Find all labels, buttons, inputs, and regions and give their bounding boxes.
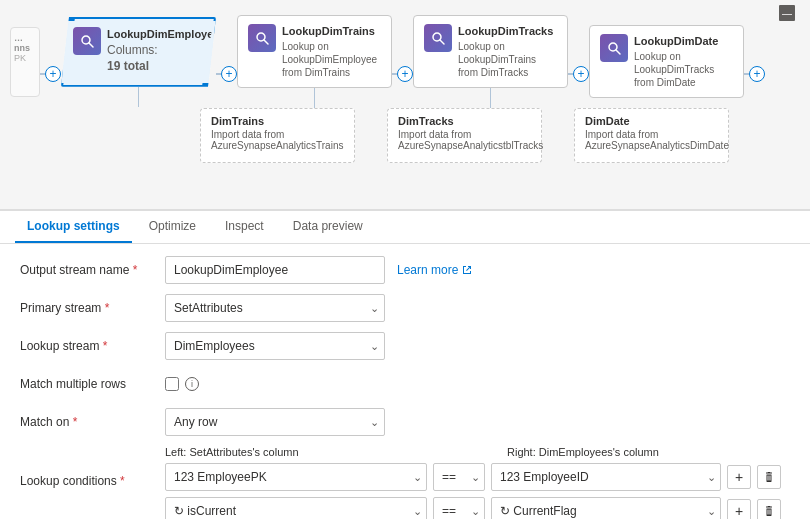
- sub-node-title-1: DimTracks: [398, 115, 531, 127]
- operator-dropdown-1[interactable]: == != < >: [433, 497, 485, 519]
- left-col-select-0[interactable]: 123 EmployeePK: [165, 463, 427, 491]
- output-stream-input[interactable]: [165, 256, 385, 284]
- lookup-icon-2: [424, 24, 452, 52]
- match-multiple-row: Match multiple rows i: [20, 370, 790, 398]
- node-lookup-dim-trains[interactable]: LookupDimTrains Lookup on LookupDimEmplo…: [237, 15, 392, 108]
- sub-node-dim-date[interactable]: DimDate Import data from AzureSynapseAna…: [574, 108, 729, 163]
- settings-panel: Lookup settings Optimize Inspect Data pr…: [0, 210, 810, 523]
- right-column-header: Right: DimEmployees's column: [507, 446, 737, 458]
- conditions-content: Left: SetAttributes's column Right: DimE…: [165, 446, 790, 519]
- svg-line-5: [440, 40, 444, 44]
- connector-2: +: [392, 66, 413, 82]
- svg-line-1: [89, 43, 93, 47]
- tab-lookup-settings[interactable]: Lookup settings: [15, 211, 132, 243]
- operator-dropdown-0[interactable]: == != < >: [433, 463, 485, 491]
- add-button-3[interactable]: +: [573, 66, 589, 82]
- left-col-dropdown-0[interactable]: 123 EmployeePK: [165, 463, 427, 491]
- output-stream-row: Output stream name * Learn more: [20, 256, 790, 284]
- add-condition-btn-0[interactable]: +: [727, 465, 751, 489]
- tab-optimize[interactable]: Optimize: [137, 211, 208, 243]
- node-subtitle-3: Lookup on LookupDimTracks from DimDate: [634, 50, 733, 89]
- node-lookup-dim-tracks[interactable]: LookupDimTracks Lookup on LookupDimTrain…: [413, 15, 568, 108]
- sub-node-dim-tracks[interactable]: DimTracks Import data from AzureSynapseA…: [387, 108, 542, 163]
- match-on-row: Match on * Any row First row Last row: [20, 408, 790, 436]
- lookup-stream-label: Lookup stream *: [20, 339, 165, 353]
- sub-node-title-0: DimTrains: [211, 115, 344, 127]
- match-on-label: Match on *: [20, 415, 165, 429]
- match-on-dropdown[interactable]: Any row First row Last row: [165, 408, 385, 436]
- condition-row-1: ↻ isCurrent == != < > ↻ CurrentF: [165, 497, 790, 519]
- match-on-select[interactable]: Any row First row Last row: [165, 408, 385, 436]
- lookup-stream-dropdown[interactable]: DimEmployees: [165, 332, 385, 360]
- node-title-3: LookupDimDate: [634, 34, 733, 48]
- primary-stream-dropdown[interactable]: SetAttributes: [165, 294, 385, 322]
- add-condition-btn-1[interactable]: +: [727, 499, 751, 519]
- lookup-conditions-row: Lookup conditions * Left: SetAttributes'…: [20, 446, 790, 519]
- pipeline-wrapper: …nns PK + LookupDimEmployee: [0, 10, 810, 108]
- match-multiple-label: Match multiple rows: [20, 377, 165, 391]
- pipeline-area: — …nns PK + Looku: [0, 0, 810, 210]
- svg-line-3: [264, 40, 268, 44]
- add-button-4[interactable]: +: [749, 66, 765, 82]
- lookup-conditions-label: Lookup conditions *: [20, 446, 165, 488]
- node-subtitle-2: Lookup on LookupDimTrains from DimTracks: [458, 40, 557, 79]
- sub-node-dim-trains[interactable]: DimTrains Import data from AzureSynapseA…: [200, 108, 355, 163]
- sub-node-desc-1: Import data from AzureSynapseAnalyticstb…: [398, 129, 531, 151]
- connector-4: +: [744, 66, 765, 82]
- add-button-2[interactable]: +: [397, 66, 413, 82]
- right-col-select-1[interactable]: ↻ CurrentFlag: [491, 497, 721, 519]
- right-col-dropdown-0[interactable]: 123 EmployeeID: [491, 463, 721, 491]
- delete-condition-btn-1[interactable]: [757, 499, 781, 519]
- left-col-select-1[interactable]: ↻ isCurrent: [165, 497, 427, 519]
- match-multiple-checkbox-group: i: [165, 377, 199, 391]
- conditions-headers: Left: SetAttributes's column Right: DimE…: [165, 446, 790, 458]
- node-title-2: LookupDimTracks: [458, 24, 557, 38]
- tabs-bar: Lookup settings Optimize Inspect Data pr…: [0, 211, 810, 244]
- match-multiple-checkbox[interactable]: [165, 377, 179, 391]
- output-stream-label: Output stream name *: [20, 263, 165, 277]
- add-button-0[interactable]: +: [45, 66, 61, 82]
- operator-select-0[interactable]: == != < >: [433, 463, 485, 491]
- condition-row-0: 123 EmployeePK == != < > 123 Emp: [165, 463, 790, 491]
- sub-node-desc-0: Import data from AzureSynapseAnalyticsTr…: [211, 129, 344, 151]
- connector-3: +: [568, 66, 589, 82]
- node-title-0: LookupDimEmployee: [107, 27, 219, 41]
- match-multiple-info-icon[interactable]: i: [185, 377, 199, 391]
- lookup-icon-1: [248, 24, 276, 52]
- node-lookup-dim-date[interactable]: LookupDimDate Lookup on LookupDimTracks …: [589, 25, 744, 98]
- primary-stream-label: Primary stream *: [20, 301, 165, 315]
- v-connector-0: [138, 87, 139, 107]
- lookup-icon-3: [600, 34, 628, 62]
- left-col-dropdown-1[interactable]: ↻ isCurrent: [165, 497, 427, 519]
- left-column-header: Left: SetAttributes's column: [165, 446, 435, 458]
- delete-condition-btn-0[interactable]: [757, 465, 781, 489]
- node-lookup-dim-employee[interactable]: LookupDimEmployee Columns: 19 total: [61, 17, 216, 107]
- primary-stream-select[interactable]: SetAttributes: [165, 294, 385, 322]
- minimize-button[interactable]: —: [779, 5, 795, 21]
- right-col-dropdown-1[interactable]: ↻ CurrentFlag: [491, 497, 721, 519]
- operator-select-1[interactable]: == != < >: [433, 497, 485, 519]
- node-subtitle-1: Lookup on LookupDimEmployee from DimTrai…: [282, 40, 381, 79]
- node-title-1: LookupDimTrains: [282, 24, 381, 38]
- tab-data-preview[interactable]: Data preview: [281, 211, 375, 243]
- tab-inspect[interactable]: Inspect: [213, 211, 276, 243]
- primary-stream-row: Primary stream * SetAttributes: [20, 294, 790, 322]
- sub-node-desc-2: Import data from AzureSynapseAnalyticsDi…: [585, 129, 718, 151]
- connector-0: +: [40, 66, 61, 82]
- connector-1: +: [216, 66, 237, 82]
- sub-node-title-2: DimDate: [585, 115, 718, 127]
- lookup-stream-select[interactable]: DimEmployees: [165, 332, 385, 360]
- add-button-1[interactable]: +: [221, 66, 237, 82]
- node-subtitle-0: Columns: 19 total: [107, 43, 219, 74]
- lookup-icon-0: [73, 27, 101, 55]
- partial-node-hint: …nns PK: [10, 27, 40, 97]
- learn-more-link[interactable]: Learn more: [397, 263, 473, 277]
- svg-line-7: [616, 50, 620, 54]
- lookup-stream-row: Lookup stream * DimEmployees: [20, 332, 790, 360]
- right-col-select-0[interactable]: 123 EmployeeID: [491, 463, 721, 491]
- settings-content: Output stream name * Learn more Primary …: [0, 244, 810, 519]
